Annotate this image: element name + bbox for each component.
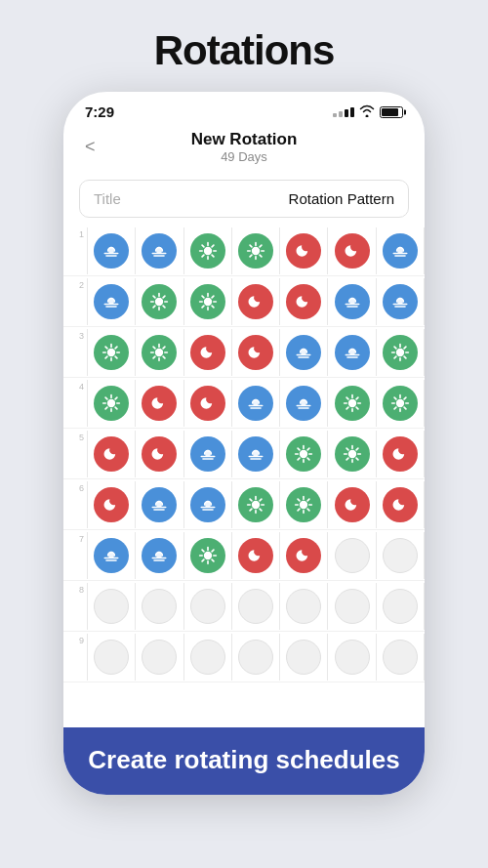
grid-cell[interactable]: [280, 532, 328, 579]
svg-line-154: [346, 458, 348, 460]
grid-cell[interactable]: [280, 583, 328, 630]
grid-cell[interactable]: [136, 227, 183, 274]
grid-cell[interactable]: [377, 583, 425, 630]
grid-cell[interactable]: [88, 532, 136, 579]
grid-cell[interactable]: [377, 634, 425, 681]
grid-cell[interactable]: [377, 532, 425, 579]
svg-line-197: [202, 559, 204, 561]
svg-line-39: [154, 296, 156, 298]
svg-point-59: [397, 299, 403, 305]
grid-cell[interactable]: [328, 431, 376, 477]
grid-cell[interactable]: [280, 431, 328, 477]
svg-line-179: [307, 509, 309, 511]
table-row: 7: [63, 530, 425, 581]
grid-cell[interactable]: [88, 583, 136, 630]
grid-cell[interactable]: [377, 431, 425, 477]
svg-line-49: [212, 306, 214, 308]
grid-cell[interactable]: [136, 583, 183, 630]
svg-line-181: [307, 499, 309, 501]
svg-line-171: [250, 509, 252, 511]
svg-line-145: [298, 458, 300, 460]
grid-cell[interactable]: [184, 481, 232, 528]
grid-cell[interactable]: [184, 431, 232, 477]
grid-cell[interactable]: [232, 227, 280, 274]
svg-point-112: [347, 398, 355, 406]
grid-cell[interactable]: [232, 278, 280, 325]
grid-cell[interactable]: [88, 278, 136, 325]
grid-cell[interactable]: [232, 532, 280, 579]
grid-cell[interactable]: [88, 431, 136, 477]
svg-point-164: [252, 500, 260, 508]
grid-cell[interactable]: [232, 481, 280, 528]
svg-line-170: [260, 509, 262, 511]
svg-line-15: [202, 255, 204, 257]
grid-cell[interactable]: [232, 583, 280, 630]
table-row: 5: [63, 429, 425, 479]
svg-point-34: [155, 297, 163, 305]
grid-cell[interactable]: [88, 634, 136, 681]
svg-line-42: [164, 296, 166, 298]
grid-cell[interactable]: [328, 532, 376, 579]
grid-cell[interactable]: [136, 634, 183, 681]
svg-point-8: [204, 246, 212, 254]
grid-cell[interactable]: [136, 380, 183, 427]
grid-cell[interactable]: [136, 431, 183, 477]
svg-point-33: [108, 299, 114, 305]
grid-cell[interactable]: [184, 227, 232, 274]
svg-point-29: [397, 248, 403, 254]
grid-cell[interactable]: [184, 278, 232, 325]
svg-point-137: [253, 451, 259, 457]
grid-cell[interactable]: [377, 278, 425, 325]
grid-cell[interactable]: [184, 380, 232, 427]
grid-cell[interactable]: [280, 634, 328, 681]
svg-line-75: [164, 356, 166, 358]
svg-line-14: [212, 255, 214, 257]
grid-cell[interactable]: [280, 329, 328, 376]
svg-line-152: [346, 448, 348, 450]
status-bar: 7:29: [63, 92, 425, 126]
svg-line-118: [356, 407, 358, 409]
grid-cell[interactable]: [232, 634, 280, 681]
svg-line-127: [404, 407, 406, 409]
svg-line-48: [202, 296, 204, 298]
svg-line-67: [105, 356, 107, 358]
svg-line-41: [154, 306, 156, 308]
grid-cell[interactable]: [136, 532, 183, 579]
grid-cell[interactable]: [377, 227, 425, 274]
grid-cell[interactable]: [184, 583, 232, 630]
grid-cell[interactable]: [184, 634, 232, 681]
svg-point-190: [204, 551, 212, 558]
row-number: 9: [67, 632, 87, 645]
grid-cell[interactable]: [88, 329, 136, 376]
back-button[interactable]: <: [85, 137, 96, 157]
status-time: 7:29: [85, 103, 114, 120]
grid-cell[interactable]: [328, 634, 376, 681]
grid-cell[interactable]: [377, 380, 425, 427]
grid-cell[interactable]: [136, 278, 183, 325]
grid-cell[interactable]: [88, 380, 136, 427]
grid-cell[interactable]: [377, 329, 425, 376]
grid-cell[interactable]: [136, 329, 183, 376]
grid-cell[interactable]: [280, 481, 328, 528]
grid-cell[interactable]: [232, 431, 280, 477]
svg-line-172: [260, 499, 262, 501]
grid-cell[interactable]: [280, 227, 328, 274]
grid-cell[interactable]: [328, 583, 376, 630]
grid-cell[interactable]: [184, 532, 232, 579]
grid-cell[interactable]: [88, 227, 136, 274]
grid-cell[interactable]: [328, 278, 376, 325]
grid-cell[interactable]: [328, 227, 376, 274]
grid-cell[interactable]: [328, 380, 376, 427]
grid-cell[interactable]: [377, 481, 425, 528]
grid-cell[interactable]: [328, 329, 376, 376]
grid-cell[interactable]: [280, 380, 328, 427]
grid-cell[interactable]: [232, 329, 280, 376]
grid-cell[interactable]: [328, 481, 376, 528]
grid-cell[interactable]: [184, 329, 232, 376]
svg-point-138: [300, 449, 307, 457]
grid-cell[interactable]: [136, 481, 183, 528]
grid-cell[interactable]: [280, 278, 328, 325]
grid-cell[interactable]: [88, 481, 136, 528]
nav-title: New Rotation: [191, 130, 298, 149]
grid-cell[interactable]: [232, 380, 280, 427]
